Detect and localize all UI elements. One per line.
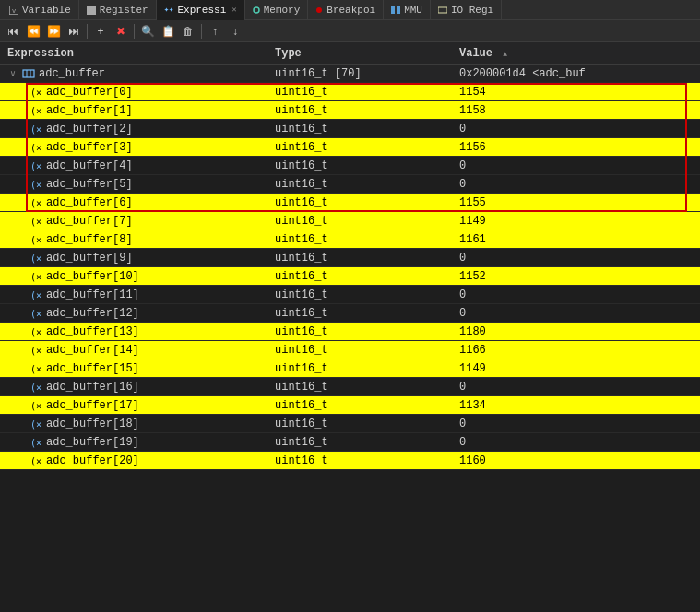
toolbar-btn-search[interactable]: 🔍: [138, 22, 157, 41]
member-icon: (×): [30, 455, 41, 466]
row-type-cell: uint16_t: [271, 141, 456, 154]
parent-name: adc_buffer: [39, 67, 105, 80]
row-value-cell: 0: [456, 123, 696, 135]
row-value-cell: 0: [456, 178, 696, 191]
tab-close-icon[interactable]: ✕: [231, 5, 236, 15]
row-name-cell: (×) adc_buffer[12]: [4, 307, 271, 320]
svg-text:(×): (×): [30, 364, 41, 374]
table-row[interactable]: (×) adc_buffer[13] uint16_t 1180: [0, 323, 700, 341]
toolbar-btn-copy[interactable]: 📋: [159, 22, 177, 41]
row-name: adc_buffer[10]: [46, 270, 139, 283]
toolbar-btn-prev[interactable]: ⏪: [24, 22, 42, 41]
row-name: adc_buffer[20]: [46, 454, 139, 467]
toolbar-btn-add[interactable]: +: [91, 22, 110, 41]
table-row[interactable]: (×) adc_buffer[17] uint16_t 1134: [0, 396, 700, 415]
table-row[interactable]: (×) adc_buffer[11] uint16_t 0: [0, 286, 700, 304]
svg-text:(×): (×): [30, 180, 41, 190]
row-name: adc_buffer[2]: [46, 123, 133, 135]
row-value-cell: 0: [456, 436, 696, 449]
tab-bar: v Variable Register ✦✦ Expressi ✕ Memory…: [0, 0, 700, 20]
table-row[interactable]: (×) adc_buffer[3] uint16_t 1156: [0, 138, 700, 157]
tab-expression[interactable]: ✦✦ Expressi ✕: [157, 0, 245, 20]
table-row[interactable]: (×) adc_buffer[9] uint16_t 0: [0, 249, 700, 267]
row-name: adc_buffer[5]: [46, 178, 133, 191]
svg-text:(×): (×): [30, 124, 41, 135]
toolbar-btn-next[interactable]: ⏩: [44, 22, 63, 41]
rows-container: (×) adc_buffer[0] uint16_t 1154 (×) adc_…: [0, 83, 700, 470]
svg-text:v: v: [12, 7, 16, 15]
row-type-cell: uint16_t: [271, 454, 456, 467]
table-row[interactable]: (×) adc_buffer[14] uint16_t 1166: [0, 341, 700, 359]
member-icon: (×): [30, 253, 41, 264]
svg-text:(×): (×): [30, 382, 41, 393]
member-icon: (×): [30, 345, 41, 356]
table-row[interactable]: (×) adc_buffer[1] uint16_t 1158: [0, 101, 700, 120]
table-row[interactable]: (×) adc_buffer[7] uint16_t 1149: [0, 212, 700, 230]
row-type-cell: uint16_t: [271, 381, 456, 394]
row-value-cell: 1154: [456, 86, 696, 99]
parent-row[interactable]: ∨ adc_buffer uint16_t [70] 0x200001d4 <a…: [0, 65, 700, 83]
member-icon: (×): [30, 437, 41, 448]
table-row[interactable]: (×) adc_buffer[20] uint16_t 1160: [0, 452, 700, 470]
toolbar-btn-down[interactable]: ↓: [226, 22, 244, 41]
row-type-cell: uint16_t: [271, 270, 456, 283]
row-value-cell: 1152: [456, 270, 696, 283]
tab-variable-label: Variable: [22, 5, 71, 16]
breakpoint-icon: [315, 6, 323, 14]
member-icon: (×): [30, 160, 41, 171]
member-icon: (×): [30, 142, 41, 153]
member-icon: (×): [30, 124, 41, 135]
toolbar-separator-3: [201, 24, 202, 39]
row-name-cell: (×) adc_buffer[18]: [4, 418, 271, 430]
table-row[interactable]: (×) adc_buffer[4] uint16_t 0: [0, 157, 700, 175]
table-row[interactable]: (×) adc_buffer[15] uint16_t 1149: [0, 359, 700, 378]
tab-io-reg-label: IO Regi: [451, 5, 493, 16]
table-row[interactable]: (×) adc_buffer[19] uint16_t 0: [0, 433, 700, 452]
row-value-cell: 0: [456, 288, 696, 301]
tab-memory[interactable]: Memory: [245, 0, 309, 20]
row-name-cell: (×) adc_buffer[1]: [4, 104, 271, 117]
table-row[interactable]: (×) adc_buffer[6] uint16_t 1155: [0, 194, 700, 212]
toolbar-btn-up[interactable]: ↑: [206, 22, 224, 41]
row-value-cell: 0: [456, 381, 696, 394]
row-name-cell: (×) adc_buffer[0]: [4, 86, 271, 99]
tab-expression-label: Expressi: [177, 5, 226, 16]
svg-text:(×): (×): [30, 161, 41, 171]
toolbar-btn-last[interactable]: ⏭: [65, 22, 83, 41]
row-value-cell: 1180: [456, 325, 696, 338]
toolbar-btn-clear[interactable]: 🗑: [179, 22, 197, 41]
table-row[interactable]: (×) adc_buffer[16] uint16_t 0: [0, 378, 700, 396]
table-row[interactable]: (×) adc_buffer[0] uint16_t 1154: [0, 83, 700, 101]
register-icon: [87, 6, 96, 15]
tab-mmu-label: MMU: [404, 5, 422, 16]
toolbar-btn-delete[interactable]: ✖: [112, 22, 130, 41]
toolbar-btn-first[interactable]: ⏮: [4, 22, 22, 41]
table-row[interactable]: (×) adc_buffer[18] uint16_t 0: [0, 415, 700, 433]
tab-variable[interactable]: v Variable: [2, 0, 79, 20]
col-value: Value ▲: [456, 47, 696, 60]
svg-text:(×): (×): [30, 143, 41, 153]
table-row[interactable]: (×) adc_buffer[8] uint16_t 1161: [0, 230, 700, 249]
row-name: adc_buffer[17]: [46, 399, 139, 412]
row-name-cell: (×) adc_buffer[7]: [4, 215, 271, 228]
svg-text:(×): (×): [30, 346, 41, 356]
table-row[interactable]: (×) adc_buffer[5] uint16_t 0: [0, 175, 700, 194]
tab-register[interactable]: Register: [79, 0, 157, 20]
row-name-cell: (×) adc_buffer[5]: [4, 178, 271, 191]
table-body[interactable]: ∨ adc_buffer uint16_t [70] 0x200001d4 <a…: [0, 65, 700, 612]
table-row[interactable]: (×) adc_buffer[10] uint16_t 1152: [0, 267, 700, 286]
row-value-cell: 1156: [456, 141, 696, 154]
table-row[interactable]: (×) adc_buffer[12] uint16_t 0: [0, 304, 700, 323]
parent-value-cell: 0x200001d4 <adc_buf: [456, 67, 696, 80]
table-row[interactable]: (×) adc_buffer[2] uint16_t 0: [0, 120, 700, 138]
tab-breakpoint[interactable]: Breakpoi: [308, 0, 384, 20]
row-value-cell: 1134: [456, 399, 696, 412]
tab-mmu[interactable]: MMU: [384, 0, 431, 20]
row-name-cell: (×) adc_buffer[13]: [4, 325, 271, 338]
expand-icon[interactable]: ∨: [7, 68, 18, 79]
parent-type-cell: uint16_t [70]: [271, 67, 456, 80]
row-value-cell: 1149: [456, 215, 696, 228]
col-type: Type: [271, 47, 456, 60]
array-icon: [22, 67, 35, 80]
tab-io-reg[interactable]: IO Regi: [431, 0, 502, 20]
